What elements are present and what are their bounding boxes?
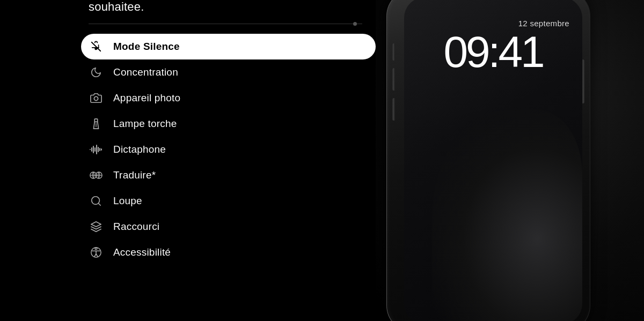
volume-down-button: [392, 98, 395, 121]
divider: [89, 24, 362, 24]
translate-icon: [89, 168, 104, 183]
loupe-label: Loupe: [113, 195, 142, 207]
svg-line-16: [98, 203, 100, 205]
menu-item-lampe-torche[interactable]: Lampe torche: [89, 111, 376, 137]
menu-item-mode-silence[interactable]: Mode Silence: [81, 34, 376, 59]
screen-decorative-shape: [432, 110, 582, 321]
divider-dot: [353, 22, 357, 26]
phone-time: 09:41: [417, 30, 569, 74]
waveform-icon: [89, 142, 104, 157]
svg-rect-1: [94, 119, 98, 122]
moon-icon: [89, 65, 104, 80]
phone-screen: 12 septembre 09:41: [404, 0, 582, 321]
magnify-icon: [89, 193, 104, 208]
volume-up-button: [392, 68, 395, 91]
traduire-label: Traduire*: [113, 169, 156, 181]
right-panel: 12 septembre 09:41: [376, 0, 644, 321]
dictaphone-label: Dictaphone: [113, 144, 166, 155]
menu-item-dictaphone[interactable]: Dictaphone: [89, 137, 376, 162]
phone-date: 12 septembre: [417, 19, 569, 28]
top-text: souhaitee.: [89, 0, 376, 24]
lampe-torche-label: Lampe torche: [113, 118, 177, 130]
menu-item-accessibilite[interactable]: Accessibilité: [89, 240, 376, 265]
raccourci-label: Raccourci: [113, 221, 159, 233]
svg-marker-17: [91, 222, 101, 227]
menu-item-concentration[interactable]: Concentration: [89, 59, 376, 85]
menu-item-appareil-photo[interactable]: Appareil photo: [89, 85, 376, 111]
menu-item-raccourci[interactable]: Raccourci: [89, 214, 376, 240]
phone-wrapper: 12 septembre 09:41: [376, 0, 644, 321]
menu-item-traduire[interactable]: Traduire*: [89, 162, 376, 188]
menu-item-loupe[interactable]: Loupe: [89, 188, 376, 214]
phone-frame: 12 septembre 09:41: [386, 0, 590, 321]
left-side-buttons: [392, 43, 395, 128]
accessibilite-label: Accessibilité: [113, 247, 171, 258]
left-panel: souhaitee. Mode Silence Concentration: [0, 0, 376, 321]
bell-slash-icon: [89, 39, 104, 54]
menu-list: Mode Silence Concentration Appareil phot…: [89, 34, 376, 265]
svg-point-0: [94, 96, 98, 100]
silent-button: [392, 43, 395, 61]
accessibility-icon: [89, 245, 104, 260]
mode-silence-label: Mode Silence: [113, 41, 180, 53]
concentration-label: Concentration: [113, 66, 178, 78]
camera-icon: [89, 91, 104, 106]
layers-icon: [89, 219, 104, 234]
appareil-photo-label: Appareil photo: [113, 92, 180, 104]
flashlight-icon: [89, 116, 104, 131]
